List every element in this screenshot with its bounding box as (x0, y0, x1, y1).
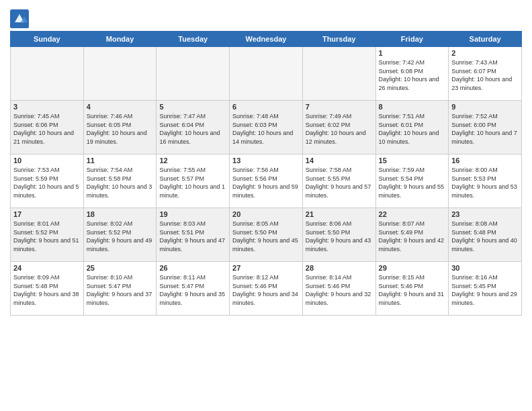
day-number: 17 (13, 210, 81, 218)
calendar-cell: 8Sunrise: 7:51 AM Sunset: 6:01 PM Daylig… (375, 101, 449, 154)
day-info: Sunrise: 7:43 AM Sunset: 6:07 PM Dayligh… (451, 58, 519, 92)
day-number: 25 (87, 264, 154, 272)
weekday-header-sunday: Sunday (11, 32, 84, 47)
day-number: 19 (159, 210, 226, 218)
day-info: Sunrise: 8:15 AM Sunset: 5:46 PM Dayligh… (379, 273, 446, 307)
calendar-cell: 20Sunrise: 8:05 AM Sunset: 5:50 PM Dayli… (230, 208, 303, 262)
day-number: 2 (451, 49, 519, 57)
calendar-week-1: 1Sunrise: 7:42 AM Sunset: 6:08 PM Daylig… (11, 47, 522, 101)
calendar-cell: 2Sunrise: 7:43 AM Sunset: 6:07 PM Daylig… (449, 47, 522, 101)
day-info: Sunrise: 8:09 AM Sunset: 5:48 PM Dayligh… (13, 273, 81, 307)
calendar-cell: 17Sunrise: 8:01 AM Sunset: 5:52 PM Dayli… (11, 208, 84, 262)
day-info: Sunrise: 7:51 AM Sunset: 6:01 PM Dayligh… (379, 112, 446, 146)
calendar-cell: 5Sunrise: 7:47 AM Sunset: 6:04 PM Daylig… (157, 101, 230, 154)
calendar-cell: 23Sunrise: 8:08 AM Sunset: 5:48 PM Dayli… (449, 208, 522, 262)
day-info: Sunrise: 7:52 AM Sunset: 6:00 PM Dayligh… (451, 112, 519, 146)
day-number: 20 (232, 210, 300, 218)
calendar-table: SundayMondayTuesdayWednesdayThursdayFrid… (10, 31, 522, 316)
day-info: Sunrise: 8:16 AM Sunset: 5:45 PM Dayligh… (451, 273, 519, 307)
day-info: Sunrise: 8:11 AM Sunset: 5:47 PM Dayligh… (159, 273, 226, 307)
day-number: 29 (379, 264, 446, 272)
calendar-cell: 14Sunrise: 7:58 AM Sunset: 5:55 PM Dayli… (302, 154, 375, 208)
calendar-cell: 22Sunrise: 8:07 AM Sunset: 5:49 PM Dayli… (375, 208, 449, 262)
calendar-cell: 19Sunrise: 8:03 AM Sunset: 5:51 PM Dayli… (157, 208, 230, 262)
day-number: 1 (379, 49, 446, 57)
calendar-cell: 16Sunrise: 8:00 AM Sunset: 5:53 PM Dayli… (449, 154, 522, 208)
calendar-cell: 18Sunrise: 8:02 AM Sunset: 5:52 PM Dayli… (83, 208, 157, 262)
calendar-cell: 12Sunrise: 7:55 AM Sunset: 5:57 PM Dayli… (157, 154, 230, 208)
day-info: Sunrise: 8:02 AM Sunset: 5:52 PM Dayligh… (87, 220, 154, 253)
day-number: 11 (87, 156, 154, 165)
day-info: Sunrise: 7:53 AM Sunset: 5:59 PM Dayligh… (13, 166, 81, 199)
day-number: 23 (451, 210, 519, 218)
day-number: 26 (159, 264, 226, 272)
day-number: 4 (87, 103, 154, 111)
calendar-cell (11, 47, 84, 101)
day-info: Sunrise: 7:49 AM Sunset: 6:02 PM Dayligh… (306, 112, 373, 146)
weekday-header-monday: Monday (83, 32, 157, 47)
day-info: Sunrise: 7:45 AM Sunset: 6:06 PM Dayligh… (13, 112, 81, 146)
day-info: Sunrise: 8:03 AM Sunset: 5:51 PM Dayligh… (159, 220, 226, 253)
weekday-header-row: SundayMondayTuesdayWednesdayThursdayFrid… (11, 32, 522, 47)
day-number: 28 (306, 264, 373, 272)
day-info: Sunrise: 7:56 AM Sunset: 5:56 PM Dayligh… (232, 166, 300, 199)
day-info: Sunrise: 8:08 AM Sunset: 5:48 PM Dayligh… (451, 220, 519, 253)
day-number: 10 (13, 156, 81, 165)
day-info: Sunrise: 7:55 AM Sunset: 5:57 PM Dayligh… (159, 166, 226, 199)
day-number: 24 (13, 264, 81, 272)
day-info: Sunrise: 8:05 AM Sunset: 5:50 PM Dayligh… (232, 220, 300, 253)
day-info: Sunrise: 8:00 AM Sunset: 5:53 PM Dayligh… (451, 166, 519, 199)
calendar-cell (230, 47, 303, 101)
logo (10, 9, 32, 28)
weekday-header-saturday: Saturday (449, 32, 522, 47)
day-number: 3 (13, 103, 81, 111)
header (10, 7, 522, 28)
calendar-cell: 29Sunrise: 8:15 AM Sunset: 5:46 PM Dayli… (375, 262, 449, 316)
weekday-header-wednesday: Wednesday (230, 32, 303, 47)
calendar-cell: 24Sunrise: 8:09 AM Sunset: 5:48 PM Dayli… (11, 262, 84, 316)
day-number: 30 (451, 264, 519, 272)
calendar-cell: 13Sunrise: 7:56 AM Sunset: 5:56 PM Dayli… (230, 154, 303, 208)
day-number: 13 (232, 156, 300, 165)
calendar-cell: 30Sunrise: 8:16 AM Sunset: 5:45 PM Dayli… (449, 262, 522, 316)
day-info: Sunrise: 7:46 AM Sunset: 6:05 PM Dayligh… (87, 112, 154, 146)
day-info: Sunrise: 7:47 AM Sunset: 6:04 PM Dayligh… (159, 112, 226, 146)
day-info: Sunrise: 8:10 AM Sunset: 5:47 PM Dayligh… (87, 273, 154, 307)
calendar-cell: 27Sunrise: 8:12 AM Sunset: 5:46 PM Dayli… (230, 262, 303, 316)
day-number: 12 (159, 156, 226, 165)
weekday-header-friday: Friday (375, 32, 449, 47)
calendar-cell (302, 47, 375, 101)
calendar-cell: 21Sunrise: 8:06 AM Sunset: 5:50 PM Dayli… (302, 208, 375, 262)
calendar-cell: 7Sunrise: 7:49 AM Sunset: 6:02 PM Daylig… (302, 101, 375, 154)
calendar-cell: 1Sunrise: 7:42 AM Sunset: 6:08 PM Daylig… (375, 47, 449, 101)
calendar-cell: 4Sunrise: 7:46 AM Sunset: 6:05 PM Daylig… (83, 101, 157, 154)
logo-icon (10, 9, 29, 28)
calendar-header: SundayMondayTuesdayWednesdayThursdayFrid… (11, 32, 522, 47)
day-info: Sunrise: 8:07 AM Sunset: 5:49 PM Dayligh… (379, 220, 446, 253)
day-info: Sunrise: 7:48 AM Sunset: 6:03 PM Dayligh… (232, 112, 300, 146)
weekday-header-tuesday: Tuesday (157, 32, 230, 47)
day-info: Sunrise: 8:06 AM Sunset: 5:50 PM Dayligh… (306, 220, 373, 253)
calendar-cell: 26Sunrise: 8:11 AM Sunset: 5:47 PM Dayli… (157, 262, 230, 316)
day-number: 22 (379, 210, 446, 218)
day-number: 9 (451, 103, 519, 111)
calendar-cell: 15Sunrise: 7:59 AM Sunset: 5:54 PM Dayli… (375, 154, 449, 208)
day-number: 7 (306, 103, 373, 111)
calendar-body: 1Sunrise: 7:42 AM Sunset: 6:08 PM Daylig… (11, 47, 522, 316)
day-info: Sunrise: 8:01 AM Sunset: 5:52 PM Dayligh… (13, 220, 81, 253)
weekday-header-thursday: Thursday (302, 32, 375, 47)
day-number: 21 (306, 210, 373, 218)
day-info: Sunrise: 7:54 AM Sunset: 5:58 PM Dayligh… (87, 166, 154, 199)
calendar-week-5: 24Sunrise: 8:09 AM Sunset: 5:48 PM Dayli… (11, 262, 522, 316)
calendar-cell: 28Sunrise: 8:14 AM Sunset: 5:46 PM Dayli… (302, 262, 375, 316)
calendar-cell (157, 47, 230, 101)
day-info: Sunrise: 8:14 AM Sunset: 5:46 PM Dayligh… (306, 273, 373, 307)
day-number: 8 (379, 103, 446, 111)
day-info: Sunrise: 7:42 AM Sunset: 6:08 PM Dayligh… (379, 58, 446, 92)
calendar-week-4: 17Sunrise: 8:01 AM Sunset: 5:52 PM Dayli… (11, 208, 522, 262)
calendar-cell (83, 47, 157, 101)
calendar-cell: 10Sunrise: 7:53 AM Sunset: 5:59 PM Dayli… (11, 154, 84, 208)
day-info: Sunrise: 7:59 AM Sunset: 5:54 PM Dayligh… (379, 166, 446, 199)
calendar-cell: 6Sunrise: 7:48 AM Sunset: 6:03 PM Daylig… (230, 101, 303, 154)
day-info: Sunrise: 8:12 AM Sunset: 5:46 PM Dayligh… (232, 273, 300, 307)
